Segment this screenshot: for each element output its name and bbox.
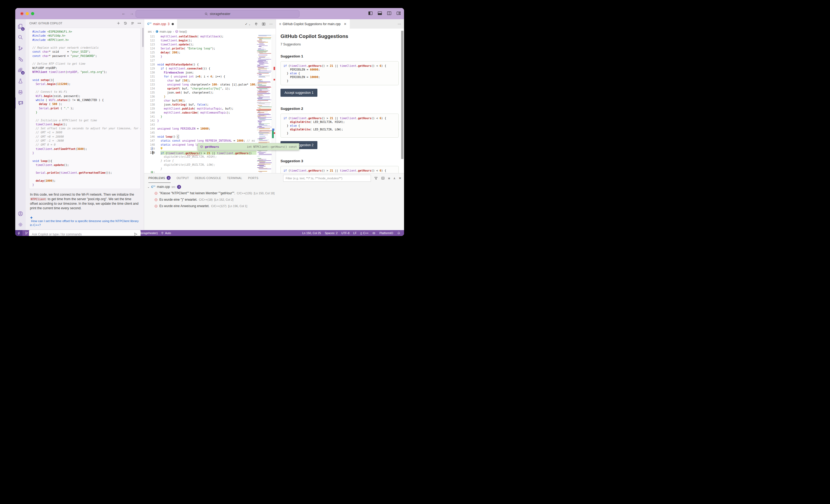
toggle-secondary-sidebar-icon[interactable] xyxy=(387,11,391,15)
panel-tab-debug-console[interactable]: DEBUG CONSOLE xyxy=(195,173,221,182)
agent-icon[interactable] xyxy=(130,21,134,25)
minimap[interactable] xyxy=(256,34,272,173)
chevron-down-icon[interactable]: ⌄ xyxy=(147,186,150,189)
code-line[interactable]: 125 delay( 200); xyxy=(144,51,256,55)
back-icon[interactable]: ← xyxy=(122,11,126,15)
panel-tab-output[interactable]: OUTPUT xyxy=(177,173,189,182)
activitybar-item-account[interactable] xyxy=(15,208,26,219)
code-line[interactable]: 121 mqttClient.setCallback( mqttCallback… xyxy=(144,34,256,38)
code-line[interactable]: digitalWrite(LED_BUILTIN, HIGH); xyxy=(144,155,256,159)
chat-scrollbar[interactable] xyxy=(142,28,143,47)
problems-file-row[interactable]: ⌄C++main.cppsrc3 xyxy=(147,183,404,190)
close-button[interactable] xyxy=(20,12,24,15)
send-icon[interactable] xyxy=(134,232,138,236)
more-icon[interactable] xyxy=(137,21,141,25)
code-editor[interactable]: 121 mqttClient.setCallback( mqttCallback… xyxy=(144,34,276,173)
code-line[interactable]: 138 json.toString( buf, false); xyxy=(144,103,256,107)
forward-icon[interactable]: → xyxy=(130,11,134,15)
code-line[interactable]: 131 for ( unsigned int i=0; i < 4; i++) … xyxy=(144,74,256,78)
statusbar-platformio[interactable]: PlatformIO xyxy=(379,231,393,235)
code-line[interactable]: 151 xyxy=(144,171,256,173)
activitybar-item-search[interactable] xyxy=(15,32,26,43)
minimize-button[interactable] xyxy=(26,12,29,15)
statusbar-pio-port[interactable]: Auto xyxy=(161,231,171,235)
run-task-icon[interactable]: ✓ ⌄ xyxy=(245,22,251,26)
activitybar-item-settings[interactable] xyxy=(15,219,26,230)
code-line[interactable]: 145 xyxy=(144,131,256,135)
remote-indicator[interactable] xyxy=(15,230,23,236)
panel-tab-problems[interactable]: PROBLEMS3 xyxy=(149,173,170,183)
close-tab-icon[interactable]: ✕ xyxy=(344,22,347,26)
code-line[interactable]: } xyxy=(144,167,256,171)
panel-tab-ports[interactable]: PORTS xyxy=(248,173,259,182)
code-line[interactable]: 133 unsigned long chargelevel= 100- stat… xyxy=(144,82,256,87)
code-line[interactable]: 126 } xyxy=(144,55,256,59)
problem-item[interactable]: Es wurde eine Anweisung erwartet.C/C++(1… xyxy=(147,203,404,209)
tab-main-cpp[interactable]: C++ main.cpp 3 xyxy=(144,19,177,29)
maximize-button[interactable] xyxy=(31,12,34,15)
code-line[interactable]: 128void mqttStatusUpdate() { xyxy=(144,63,256,67)
activitybar-item-source-control[interactable] xyxy=(15,43,26,54)
customize-layout-icon[interactable] xyxy=(396,11,401,15)
code-line[interactable]: digitalWrite(LED_BUILTIN, LOW); xyxy=(144,163,256,167)
chat-input[interactable]: Ask Copilot or type / for commands xyxy=(29,230,141,236)
breadcrumb[interactable]: src›main.cpp›loop() xyxy=(144,29,276,34)
activitybar-item-extensions[interactable]: 3 xyxy=(15,65,26,76)
command-center-search[interactable]: storageheater xyxy=(135,10,299,18)
history-icon[interactable] xyxy=(124,21,127,25)
open-in-editor-icon[interactable] xyxy=(381,176,385,180)
panel-tab-terminal[interactable]: TERMINAL xyxy=(227,173,242,182)
chat-followup-link[interactable]: How can I set the time offset for a spec… xyxy=(30,216,139,227)
code-line[interactable]: 129 if ( mqttClient.connected()) { xyxy=(144,67,256,71)
split-editor-icon[interactable] xyxy=(262,22,265,26)
breadcrumb-item[interactable]: loop() xyxy=(175,30,187,33)
code-line[interactable]: 134 sprintf( buf, "chargelevels/[%u]", i… xyxy=(144,87,256,91)
problem-item[interactable]: Es wurde eine ")" erwartet.C/C++(18)[Ln … xyxy=(147,196,404,203)
code-line[interactable]: 142} xyxy=(144,119,256,123)
code-line[interactable]: 144unsigned long PERIODLEN = 10000; xyxy=(144,127,256,131)
breadcrumb-item[interactable]: src xyxy=(148,30,152,33)
filter-icon[interactable] xyxy=(374,176,378,180)
debug-plug-icon[interactable] xyxy=(254,22,258,26)
code-line[interactable]: 127 xyxy=(144,59,256,63)
statusbar-notifications[interactable] xyxy=(397,231,401,235)
statusbar-copilot-status[interactable] xyxy=(372,231,376,235)
code-line[interactable]: 137 char buf[80]; xyxy=(144,99,256,103)
statusbar-encoding[interactable]: UTF-8 xyxy=(341,231,350,235)
suggest-widget[interactable]: getHours int NTPClient::getHours() const xyxy=(198,143,299,150)
accept-suggestion-button[interactable]: Accept suggestion 1 xyxy=(281,89,317,97)
code-line[interactable]: 122 timeClient.begin(); xyxy=(144,38,256,42)
view-as-list-icon[interactable]: ≡ xyxy=(388,176,390,180)
statusbar-cursor-position[interactable]: Ln 150, Col 25 xyxy=(302,231,321,235)
activitybar-item-explorer[interactable]: 1 xyxy=(15,21,26,32)
code-line[interactable]: 146void loop() { xyxy=(144,135,256,139)
toggle-primary-sidebar-icon[interactable] xyxy=(368,11,373,15)
close-panel-icon[interactable]: ✕ xyxy=(399,176,402,180)
more-actions-icon[interactable]: ⋯ xyxy=(269,22,273,26)
activitybar-item-platformio[interactable] xyxy=(15,87,26,98)
code-line[interactable]: 139 mqttClient.publish( mqttStatusTopic,… xyxy=(144,107,256,111)
suggestions-scrollbar[interactable] xyxy=(401,31,404,159)
statusbar-eol[interactable]: LF xyxy=(353,231,357,235)
plus-icon[interactable] xyxy=(117,21,120,25)
code-line[interactable]: 124 Serial.println( "Entering loop"); xyxy=(144,46,256,51)
more-actions-icon[interactable]: ⋯ xyxy=(397,22,401,26)
breadcrumb-item[interactable]: main.cpp xyxy=(155,30,172,33)
code-line[interactable]: 150 if (timeClient.getHours() > 21 || ti… xyxy=(144,151,256,155)
code-line[interactable]: 140 mqttClient.subscribe( mqttCommandTop… xyxy=(144,111,256,115)
problem-item[interactable]: "Klasse "NTPClient"" hat keinen Member "… xyxy=(147,190,404,196)
code-line[interactable]: 132 char buf [50]; xyxy=(144,78,256,82)
problems-filter-input[interactable]: Filter (e.g. text, **/*.ts, !**/node_mod… xyxy=(283,175,371,182)
code-line[interactable]: 136 } xyxy=(144,95,256,99)
activitybar-item-run-debug[interactable] xyxy=(15,54,26,65)
lightbulb-icon[interactable] xyxy=(160,147,163,151)
code-line[interactable]: 130 FirebaseJson json; xyxy=(144,71,256,74)
code-line[interactable]: 135 json.set( buf, chargelevel); xyxy=(144,91,256,95)
activitybar-item-testing[interactable] xyxy=(15,76,26,87)
code-line[interactable]: } else { xyxy=(144,159,256,163)
code-line[interactable]: 143 xyxy=(144,123,256,127)
maximize-panel-icon[interactable]: ∧ xyxy=(393,177,395,180)
statusbar-indentation[interactable]: Spaces: 2 xyxy=(325,231,338,235)
tab-copilot-suggestions[interactable]: ≡ GitHub Copilot Suggestions for main.cp… xyxy=(276,19,350,29)
code-line[interactable]: 141 } xyxy=(144,115,256,119)
